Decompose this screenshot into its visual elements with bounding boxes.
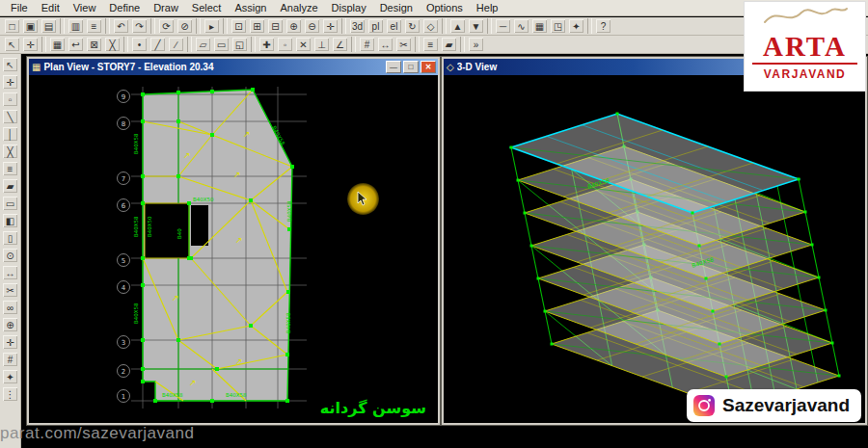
zoom-tool-icon[interactable]: ⊕ — [2, 317, 18, 332]
named-display-icon[interactable]: » — [468, 37, 484, 52]
draw-secondary-beams-icon[interactable]: ≡ — [2, 161, 18, 176]
reshape-object-icon[interactable]: ✛ — [22, 37, 39, 52]
pointer-icon[interactable]: ↖ — [2, 57, 18, 72]
move-down-list-icon[interactable]: ▼ — [468, 18, 484, 34]
draw-floor-area-icon[interactable]: ▰ — [2, 178, 18, 194]
zoom-in-icon[interactable]: ⊕ — [285, 18, 302, 34]
draw-braces-icon[interactable]: ╳ — [2, 144, 18, 159]
options-tool-icon[interactable]: ✦ — [2, 369, 18, 384]
menu-draw[interactable]: Draw — [147, 1, 185, 14]
draw-area-icon[interactable]: ▱ — [195, 37, 211, 52]
menu-view[interactable]: View — [67, 1, 103, 14]
grid-tool-icon[interactable]: # — [2, 352, 18, 367]
snap-intersections-icon[interactable]: ✕ — [295, 37, 312, 52]
view-options-icon[interactable]: ✦ — [568, 18, 584, 34]
draw-frame-icon[interactable]: ╱ — [149, 37, 166, 52]
minimize-button[interactable]: — — [386, 61, 401, 73]
menu-assign[interactable]: Assign — [228, 1, 273, 14]
assign-frame-icon[interactable]: ≡ — [422, 37, 439, 52]
clear-selection-icon[interactable]: ⊠ — [86, 37, 102, 52]
toolbar-separator — [487, 18, 492, 34]
arta-varjavand-logo: ARTA VARJAVAND — [745, 2, 865, 91]
show-undeformed-icon[interactable]: ─ — [495, 18, 511, 34]
show-output-tables-icon[interactable]: ▦ — [531, 18, 548, 34]
menu-bar: FileEditViewDefineDrawSelectAssignAnalyz… — [0, 0, 868, 16]
draw-frame-side-icon[interactable]: ╲ — [2, 109, 18, 124]
draw-quick-area-side-icon[interactable]: ◧ — [2, 213, 18, 228]
menu-edit[interactable]: Edit — [35, 1, 67, 14]
view3d-drawing[interactable]: B40X58B40X58 — [444, 75, 865, 423]
plan-view-canvas[interactable]: 987654321B40X58B40X58B40X58B40X58B40X58B… — [29, 75, 438, 423]
menu-options[interactable]: Options — [420, 1, 470, 14]
assign-area-icon[interactable]: ▰ — [441, 37, 457, 52]
draw-link-icon[interactable]: ∞ — [2, 300, 18, 315]
pan-tool-icon[interactable]: ✛ — [2, 334, 18, 350]
menu-design[interactable]: Design — [373, 1, 420, 14]
draw-rect-area-icon[interactable]: ▭ — [213, 37, 230, 52]
lock-model-icon[interactable]: ⊘ — [176, 18, 193, 34]
draw-special-joint-icon[interactable]: • — [131, 37, 148, 52]
section-cut-icon[interactable]: ✂ — [395, 37, 412, 52]
zoom-out-icon[interactable]: ⊖ — [304, 18, 320, 34]
rubber-band-zoom-icon[interactable]: ⊡ — [231, 18, 247, 34]
run-analysis-icon[interactable]: ▸ — [203, 18, 220, 34]
menu-analyze[interactable]: Analyze — [273, 1, 324, 14]
pan-icon[interactable]: ✛ — [322, 18, 339, 34]
snap-joints-icon[interactable]: ✚ — [258, 37, 275, 52]
snap-midpoints-icon[interactable]: ◦ — [277, 37, 293, 52]
close-button[interactable]: ✕ — [420, 61, 436, 73]
help-pointer-icon[interactable]: ? — [595, 18, 611, 34]
restore-previous-selection-icon[interactable]: ↩ — [68, 37, 84, 52]
refresh-window-icon[interactable]: ⟳ — [158, 18, 175, 34]
snap-lines-icon[interactable]: ∠ — [332, 37, 348, 52]
intersecting-line-select-icon[interactable]: ╳ — [104, 37, 121, 52]
view-3d-icon[interactable]: 3d — [349, 18, 366, 34]
plan-window-titlebar[interactable]: ▦ Plan View - STORY7 - Elevation 20.34 —… — [29, 59, 438, 75]
menu-define[interactable]: Define — [102, 1, 147, 14]
section-cut-side-icon[interactable]: ✂ — [2, 282, 18, 298]
calligraphy-icon — [757, 5, 854, 28]
more-tools-icon[interactable]: ⋮ — [2, 386, 18, 402]
draw-dimension-icon[interactable]: ↔ — [2, 265, 18, 280]
move-up-list-icon[interactable]: ▲ — [449, 18, 466, 34]
restore-full-view-icon[interactable]: ⊞ — [249, 18, 265, 34]
plan-drawing[interactable]: 987654321B40X58B40X58B40X58B40X58B40X58B… — [29, 75, 438, 423]
new-model-icon[interactable]: □ — [4, 18, 20, 34]
select-all-icon[interactable]: ▦ — [49, 37, 66, 52]
menu-help[interactable]: Help — [470, 1, 505, 14]
draw-rect-area-side-icon[interactable]: ▭ — [2, 196, 18, 211]
menu-file[interactable]: File — [4, 1, 35, 14]
menu-select[interactable]: Select — [185, 1, 229, 14]
object-shrink-icon[interactable]: ◳ — [550, 18, 566, 34]
draw-joint-icon[interactable]: ▫ — [2, 92, 18, 107]
view3d-canvas[interactable]: B40X58B40X58 — [444, 75, 865, 423]
toolbar-separator — [196, 18, 201, 34]
print-graphics-icon[interactable]: ▥ — [68, 18, 84, 34]
grid-lines-icon[interactable]: # — [359, 37, 375, 52]
snap-perpendicular-icon[interactable]: ⊥ — [313, 37, 330, 52]
plan-view-icon[interactable]: pl — [367, 18, 384, 34]
menu-display[interactable]: Display — [325, 1, 373, 14]
draw-quick-frame-side-icon[interactable]: │ — [2, 126, 18, 142]
print-tables-icon[interactable]: ≡ — [86, 18, 102, 34]
perspective-toggle-icon[interactable]: ◇ — [422, 18, 439, 34]
rotate-3d-view-icon[interactable]: ↻ — [404, 18, 420, 34]
pointer-select-icon[interactable]: ↖ — [4, 37, 20, 52]
show-deformed-icon[interactable]: ∿ — [513, 18, 529, 34]
restore-button[interactable]: □ — [403, 61, 419, 73]
reshape-icon[interactable]: ✛ — [2, 74, 18, 90]
draw-quick-area-icon[interactable]: ◱ — [231, 37, 248, 52]
plan-view-window[interactable]: ▦ Plan View - STORY7 - Elevation 20.34 —… — [27, 57, 440, 425]
draw-ref-point-icon[interactable]: ⊙ — [2, 248, 18, 263]
draw-wall-icon[interactable]: ▯ — [2, 230, 18, 246]
previous-zoom-icon[interactable]: ⊟ — [267, 18, 284, 34]
draw-quick-frame-icon[interactable]: ∕ — [168, 37, 184, 52]
measure-icon[interactable]: ↔ — [377, 37, 393, 52]
redo-icon[interactable]: ↷ — [131, 18, 148, 34]
grid-bubble-label: 1 — [122, 393, 125, 401]
save-model-icon[interactable]: ▤ — [41, 18, 57, 34]
elevation-view-icon[interactable]: el — [386, 18, 402, 34]
undo-icon[interactable]: ↶ — [113, 18, 129, 34]
open-model-icon[interactable]: ▣ — [22, 18, 39, 34]
view3d-window[interactable]: ◇ 3-D View — □ ✕ B40X58B40X58 — [442, 57, 867, 425]
